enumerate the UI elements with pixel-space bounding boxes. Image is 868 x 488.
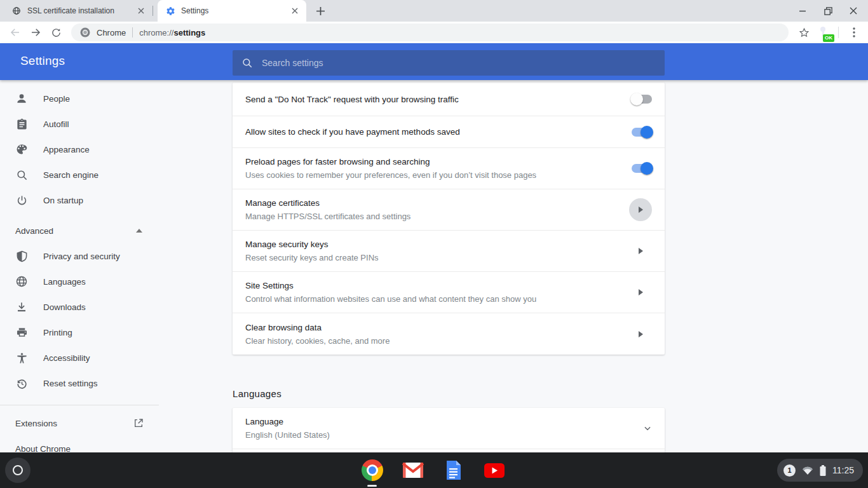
row-clear-browsing-data[interactable]: Clear browsing data Clear history, cooki… xyxy=(233,313,665,355)
sidebar-item-search-engine[interactable]: Search engine xyxy=(0,162,159,187)
chrome-logo-icon xyxy=(80,27,90,37)
globe-icon xyxy=(14,275,29,288)
search-settings-input[interactable]: Search settings xyxy=(233,50,665,76)
row-language[interactable]: Language English (United States) xyxy=(233,408,665,449)
row-title: Site Settings xyxy=(245,281,616,290)
subpage-arrow-icon[interactable] xyxy=(639,207,643,213)
url-scheme: chrome:// xyxy=(139,28,173,37)
reload-icon[interactable] xyxy=(47,24,65,41)
row-do-not-track[interactable]: Send a "Do Not Track" request with your … xyxy=(233,83,665,116)
minimize-icon[interactable] xyxy=(794,3,811,19)
chrome-app-icon[interactable] xyxy=(361,459,384,482)
bookmark-star-icon[interactable] xyxy=(795,24,813,41)
subpage-arrow-icon[interactable] xyxy=(639,289,643,295)
clock: 11:25 xyxy=(832,465,854,475)
toolbar-separator xyxy=(838,27,839,38)
row-subtitle: English (United States) xyxy=(245,430,630,440)
back-icon[interactable] xyxy=(6,24,24,41)
browser-menu-icon[interactable] xyxy=(845,24,863,41)
chevron-down-icon[interactable] xyxy=(643,424,652,433)
subpage-arrow-icon[interactable] xyxy=(639,248,643,254)
tab-ssl-certificate-installation[interactable]: SSL certificate installation xyxy=(4,0,153,22)
settings-body: People Autofill Appearance Search engine xyxy=(0,80,868,452)
restore-icon[interactable] xyxy=(820,3,836,19)
shelf-apps xyxy=(361,452,506,488)
restore-history-icon xyxy=(14,377,29,390)
palette-icon xyxy=(14,143,29,156)
row-manage-certificates[interactable]: Manage certificates Manage HTTPS/SSL cer… xyxy=(233,189,665,231)
sidebar-item-appearance[interactable]: Appearance xyxy=(0,137,159,162)
payment-methods-toggle[interactable] xyxy=(632,128,652,137)
row-title: Send a "Do Not Track" request with your … xyxy=(245,95,619,104)
tab-close-icon[interactable] xyxy=(290,6,300,16)
gear-icon xyxy=(165,6,175,16)
battery-icon xyxy=(820,465,826,476)
row-title: Clear browsing data xyxy=(245,323,616,332)
sidebar-item-label: Search engine xyxy=(43,170,98,180)
globe-icon xyxy=(11,6,22,16)
row-title: Language xyxy=(245,417,630,426)
magnifier-icon xyxy=(14,169,29,181)
launcher-button[interactable] xyxy=(5,458,31,483)
do-not-track-toggle[interactable] xyxy=(632,95,652,104)
languages-section-header: Languages xyxy=(233,379,665,408)
subpage-arrow-icon[interactable] xyxy=(639,331,643,337)
accessibility-icon xyxy=(14,352,29,364)
row-subtitle: Control what information websites can us… xyxy=(245,294,616,304)
row-preload-pages[interactable]: Preload pages for faster browsing and se… xyxy=(233,148,665,189)
clipboard-icon xyxy=(14,118,29,130)
sidebar-advanced-toggle[interactable]: Advanced xyxy=(0,218,159,243)
extensions-label: Extensions xyxy=(15,419,57,428)
url-brand: Chrome xyxy=(97,28,126,37)
person-icon xyxy=(14,92,29,105)
sidebar-item-accessibility[interactable]: Accessibility xyxy=(0,345,159,370)
row-site-settings[interactable]: Site Settings Control what information w… xyxy=(233,272,665,313)
settings-header: Settings Search settings xyxy=(0,43,868,80)
row-manage-security-keys[interactable]: Manage security keys Reset security keys… xyxy=(233,231,665,272)
page-title: Settings xyxy=(20,54,65,68)
tab-title: Settings xyxy=(181,6,290,15)
launcher-circle-icon xyxy=(13,465,23,475)
sidebar-item-privacy-security[interactable]: Privacy and security xyxy=(0,243,159,269)
sidebar-item-autofill[interactable]: Autofill xyxy=(0,111,159,137)
sidebar-item-label: Appearance xyxy=(43,145,90,154)
profile-avatar[interactable]: OK xyxy=(817,25,832,40)
sidebar-item-downloads[interactable]: Downloads xyxy=(0,294,159,320)
tab-close-icon[interactable] xyxy=(136,6,146,16)
gmail-app-icon[interactable] xyxy=(402,459,424,482)
sidebar-item-printing[interactable]: Printing xyxy=(0,320,159,345)
sidebar-item-about-chrome[interactable]: About Chrome xyxy=(0,436,159,452)
shield-icon xyxy=(14,250,29,262)
sidebar-item-languages[interactable]: Languages xyxy=(0,269,159,294)
status-tray[interactable]: 1 11:25 xyxy=(777,459,863,482)
sidebar-item-on-startup[interactable]: On startup xyxy=(0,187,159,213)
notification-count-badge: 1 xyxy=(783,464,796,477)
address-bar[interactable]: Chrome chrome://settings xyxy=(71,24,789,41)
sidebar-item-reset-settings[interactable]: Reset settings xyxy=(0,370,159,396)
close-icon[interactable] xyxy=(845,3,862,19)
toolbar-right: OK xyxy=(795,24,863,41)
new-tab-button[interactable] xyxy=(311,2,329,20)
tab-settings[interactable]: Settings xyxy=(158,0,306,22)
sidebar-item-label: Printing xyxy=(43,328,72,337)
row-payment-methods[interactable]: Allow sites to check if you have payment… xyxy=(233,116,665,148)
window-controls xyxy=(794,0,868,22)
tab-title: SSL certificate installation xyxy=(27,6,136,15)
shelf: 1 11:25 xyxy=(0,452,868,488)
sidebar-item-extensions[interactable]: Extensions xyxy=(0,410,159,436)
search-placeholder: Search settings xyxy=(262,58,323,68)
search-icon xyxy=(241,57,253,69)
chevron-up-icon xyxy=(136,229,142,233)
google-docs-app-icon[interactable] xyxy=(442,459,465,482)
about-label: About Chrome xyxy=(15,444,71,453)
sidebar-item-people[interactable]: People xyxy=(0,86,159,111)
row-subtitle: Manage HTTPS/SSL certificates and settin… xyxy=(245,212,616,221)
url-page: settings xyxy=(173,28,205,37)
youtube-app-icon[interactable] xyxy=(483,459,506,482)
tab-strip: SSL certificate installation Settings xyxy=(0,0,868,22)
forward-icon[interactable] xyxy=(27,24,44,41)
preload-pages-toggle[interactable] xyxy=(632,164,652,173)
browser-toolbar: Chrome chrome://settings OK xyxy=(0,22,868,43)
languages-card: Language English (United States) Spell c… xyxy=(233,408,665,452)
sidebar-divider xyxy=(0,405,159,405)
